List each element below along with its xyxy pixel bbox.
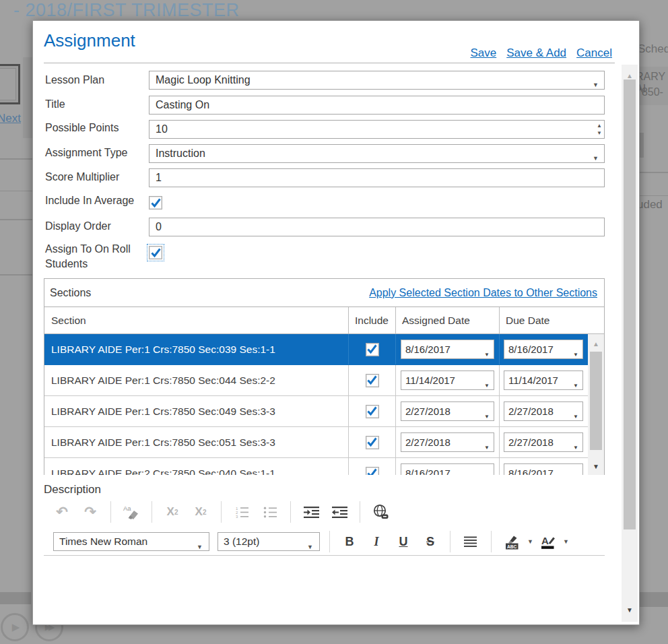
due-date-value: 8/16/2017 xyxy=(508,344,554,355)
lesson-plan-select[interactable]: Magic Loop Knitting xyxy=(149,71,605,90)
chevron-down-icon xyxy=(573,378,578,389)
chevron-down-icon xyxy=(307,540,313,552)
section-row[interactable]: LIBRARY AIDE Per:1 Crs:7850 Sec:049 Ses:… xyxy=(44,396,588,427)
sections-header: Sections Apply Selected Section Dates to… xyxy=(44,279,604,307)
chevron-down-icon[interactable]: ▼ xyxy=(527,538,533,545)
due-date-picker[interactable]: 8/16/2017 xyxy=(504,340,583,359)
section-row[interactable]: LIBRARY AIDE Per:1 Crs:7850 Sec:051 Ses:… xyxy=(44,427,588,458)
editor-toolbar-row1: ↶ ↷ Aa X2 X2 123 xyxy=(48,499,395,525)
apply-dates-link[interactable]: Apply Selected Section Dates to Other Se… xyxy=(369,287,597,299)
include-checkbox[interactable] xyxy=(366,343,379,356)
assigned-date-picker[interactable]: 8/16/2017 xyxy=(401,340,494,359)
assigned-date-picker[interactable]: 2/27/2018 xyxy=(401,401,494,421)
indent-icon[interactable] xyxy=(302,502,320,522)
chevron-down-icon xyxy=(197,540,203,552)
svg-text:Aa: Aa xyxy=(123,505,131,512)
scrollbar-thumb[interactable] xyxy=(624,79,636,529)
svg-text:A: A xyxy=(541,535,549,546)
sections-title: Sections xyxy=(50,287,91,299)
font-color-icon[interactable]: A xyxy=(539,532,556,552)
due-date-picker[interactable]: 8/16/2017 xyxy=(504,463,583,475)
scrollbar-thumb[interactable] xyxy=(590,352,602,450)
background-band xyxy=(640,592,668,607)
superscript-icon[interactable]: X2 xyxy=(164,502,181,522)
display-order-label: Display Order xyxy=(45,220,111,232)
background-strip xyxy=(23,57,32,138)
due-date-picker[interactable]: 11/14/2017 xyxy=(504,371,583,390)
section-row[interactable]: LIBRARY AIDE Per:2 Crs:7850 Sec:040 Ses:… xyxy=(44,458,588,475)
chevron-down-icon xyxy=(484,347,490,358)
play-button xyxy=(1,613,29,641)
chevron-down-icon xyxy=(484,471,490,475)
toolbar-separator xyxy=(152,501,152,523)
scroll-up-icon[interactable] xyxy=(588,337,604,349)
section-row[interactable]: LIBRARY AIDE Per:1 Crs:7850 Sec:044 Ses:… xyxy=(44,365,588,396)
include-checkbox[interactable] xyxy=(366,405,379,418)
possible-points-label: Possible Points xyxy=(45,122,119,134)
assigned-date-picker[interactable]: 8/16/2017 xyxy=(401,463,494,475)
possible-points-stepper[interactable]: 10 ▲▼ xyxy=(149,120,605,139)
section-name: LIBRARY AIDE Per:1 Crs:7850 Sec:044 Ses:… xyxy=(44,365,349,395)
description-label: Description xyxy=(44,483,101,496)
assigned-date-picker[interactable]: 2/27/2018 xyxy=(401,432,494,452)
save-and-add-link[interactable]: Save & Add xyxy=(506,46,566,60)
scroll-down-icon[interactable] xyxy=(622,603,638,615)
scroll-down-icon[interactable] xyxy=(588,459,604,472)
assign-to-on-roll-checkbox[interactable] xyxy=(149,246,162,259)
toolbar-separator xyxy=(491,531,492,552)
bold-icon[interactable]: B xyxy=(339,535,360,549)
chevron-down-icon xyxy=(573,409,578,420)
unordered-list-icon[interactable] xyxy=(261,502,279,522)
background-band xyxy=(0,592,31,604)
highlight-color-icon[interactable]: ABC xyxy=(503,532,521,552)
background-divider xyxy=(0,274,32,276)
possible-points-value: 10 xyxy=(156,123,168,135)
due-date-picker[interactable]: 2/27/2018 xyxy=(504,432,583,452)
include-checkbox[interactable] xyxy=(366,374,379,387)
score-multiplier-input[interactable] xyxy=(149,168,605,187)
redo-icon[interactable]: ↷ xyxy=(81,502,99,522)
italic-icon[interactable]: I xyxy=(366,535,387,549)
checkmark-icon xyxy=(367,407,377,416)
title-input[interactable] xyxy=(149,96,605,115)
chevron-down-icon xyxy=(573,440,578,451)
due-date-picker[interactable]: 2/27/2018 xyxy=(504,401,583,421)
include-checkbox[interactable] xyxy=(366,467,379,476)
chevron-down-icon[interactable]: ▼ xyxy=(563,538,569,545)
display-order-input[interactable] xyxy=(149,218,605,236)
assigned-date-value: 2/27/2018 xyxy=(405,437,450,448)
outdent-icon[interactable] xyxy=(331,502,348,522)
title-label: Title xyxy=(45,98,65,110)
toolbar-separator xyxy=(110,501,111,523)
svg-text:ABC: ABC xyxy=(507,544,517,549)
assign-to-on-roll-label: Assign To On Roll Students xyxy=(45,242,147,271)
svg-text:2: 2 xyxy=(236,511,238,515)
dialog-scrollbar[interactable] xyxy=(622,65,638,622)
insert-link-icon[interactable] xyxy=(372,502,389,522)
align-justify-icon[interactable] xyxy=(462,532,479,552)
font-family-select[interactable]: Times New Roman xyxy=(53,532,209,551)
underline-icon[interactable]: U xyxy=(393,535,413,549)
include-in-average-checkbox[interactable] xyxy=(149,196,162,210)
background-divider xyxy=(0,219,32,220)
assigned-date-value: 2/27/2018 xyxy=(405,406,450,417)
spinner-arrows-icon[interactable]: ▲▼ xyxy=(597,122,602,137)
remove-format-icon[interactable]: Aa xyxy=(123,502,140,522)
font-size-select[interactable]: 3 (12pt) xyxy=(218,532,320,551)
cancel-link[interactable]: Cancel xyxy=(576,46,612,60)
undo-icon[interactable]: ↶ xyxy=(53,502,71,522)
checkmark-icon xyxy=(367,469,377,475)
assigned-date-picker[interactable]: 11/14/2017 xyxy=(401,371,494,390)
save-link[interactable]: Save xyxy=(470,46,496,60)
ordered-list-icon[interactable]: 123 xyxy=(233,502,250,522)
include-checkbox[interactable] xyxy=(366,436,379,449)
assigned-date-value: 8/16/2017 xyxy=(405,344,450,355)
strikethrough-icon[interactable]: S xyxy=(420,535,440,549)
assignment-type-select[interactable]: Instruction xyxy=(149,144,605,163)
section-row[interactable]: LIBRARY AIDE Per:1 Crs:7850 Sec:039 Ses:… xyxy=(44,334,588,365)
subscript-icon[interactable]: X2 xyxy=(192,502,209,522)
sections-scrollbar[interactable] xyxy=(588,334,604,475)
toolbar-separator xyxy=(221,501,222,523)
column-assigned-date: Assigned Date xyxy=(396,307,500,333)
due-date-value: 2/27/2018 xyxy=(508,437,554,448)
